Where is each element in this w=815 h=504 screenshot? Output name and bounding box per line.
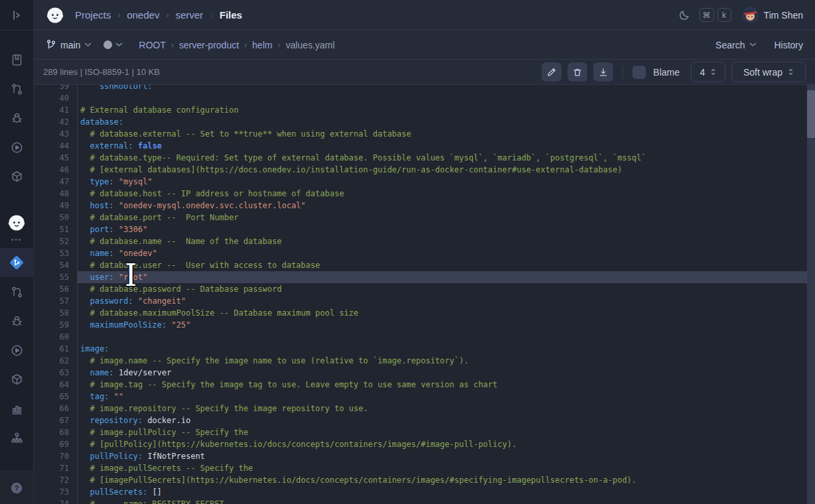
line-number[interactable]: 71 [34,462,78,474]
sidebar-item-builds[interactable] [0,133,33,162]
code-line[interactable]: 50 # database.port -- Port Number [34,212,815,223]
sidebar-item-project-packages[interactable] [0,365,33,394]
code-line[interactable]: 53 name: "onedev" [34,247,815,259]
code-line[interactable]: 64 # image.tag -- Specify the image tag … [34,379,815,391]
line-number[interactable]: 57 [34,295,78,307]
sidebar-item-pull-requests[interactable] [0,74,33,103]
scrollbar-track[interactable] [807,85,815,504]
code-line[interactable]: 60 [34,331,815,343]
line-number[interactable]: 53 [34,247,78,259]
line-number[interactable]: 48 [34,188,78,200]
code-line[interactable]: 59 maximumPoolSize: "25" [34,319,815,331]
code-line[interactable]: 74 # - name: REGISTRY_SECRET [34,498,815,504]
code-line[interactable]: 71 # image.pullSecrets -- Specify the [34,462,815,474]
more-projects-button[interactable]: ••• [11,236,23,245]
line-number[interactable]: 70 [34,450,78,462]
sidebar-item-project-hierarchy[interactable] [0,423,33,452]
code-line[interactable]: 63 name: 1dev/server [34,367,815,379]
line-number[interactable]: 58 [34,307,78,319]
line-number[interactable]: 42 [34,116,78,128]
line-number[interactable]: 54 [34,259,78,271]
code-line[interactable]: 47 type: "mysql" [34,176,815,188]
line-number[interactable]: 72 [34,474,78,486]
delete-file-button[interactable] [567,62,587,82]
dark-mode-toggle[interactable] [678,9,690,21]
tab-size-stepper[interactable]: 4 [691,62,725,82]
command-palette-shortcut[interactable]: ⌘ k [700,8,731,22]
code-line[interactable]: 48 # database.host -- IP address or host… [34,188,815,200]
code-line[interactable]: 46 # [external databases](https://docs.o… [34,164,815,176]
search-dropdown[interactable]: Search [715,40,757,50]
code-line[interactable]: 69 # [pullPolicy](https://kubernetes.io/… [34,438,815,450]
code-line[interactable]: 40 [34,92,815,104]
scrollbar-thumb[interactable] [807,90,815,138]
line-number[interactable]: 43 [34,128,78,140]
code-line[interactable]: 55 user: "root" [34,271,815,283]
line-number[interactable]: 50 [34,212,78,223]
code-line[interactable]: 52 # database.name -- Name of the databa… [34,235,815,247]
line-number[interactable]: 69 [34,438,78,450]
sidebar-item-packages[interactable] [0,162,33,191]
user-menu[interactable]: Tim Shen [742,7,803,23]
branch-selector[interactable]: main [46,39,92,50]
help-button[interactable]: ? [0,471,33,504]
code-line[interactable]: 61image: [34,343,815,355]
code-line[interactable]: 72 # [imagePullSecrets](https://kubernet… [34,474,815,486]
project-avatar[interactable] [7,214,26,232]
sidebar-item-project-builds[interactable] [0,336,33,365]
line-number[interactable]: 47 [34,176,78,188]
download-file-button[interactable] [593,62,613,82]
expand-sidebar-button[interactable] [0,0,33,31]
code-line[interactable]: 51 port: "3306" [34,223,815,235]
code-line[interactable]: 65 tag: "" [34,391,815,403]
code-line[interactable]: 43 # database.external -- Set to **true*… [34,128,815,140]
line-number[interactable]: 55 [34,271,78,283]
breadcrumb-projects[interactable]: Projects [75,9,111,21]
code-line[interactable]: 45 # database.type-- Required: Set type … [34,152,815,164]
line-number[interactable]: 51 [34,223,78,235]
code-line[interactable]: 56 # database.password -- Database passw… [34,283,815,295]
code-line[interactable]: 67 repository: docker.io [34,414,815,426]
sidebar-item-issues[interactable] [0,103,33,133]
line-number[interactable]: 74 [34,498,78,504]
line-number[interactable]: 66 [34,403,78,414]
line-number[interactable]: 60 [34,331,78,343]
code-line[interactable]: 73 pullSecrets: [] [34,486,815,498]
line-number[interactable]: 45 [34,152,78,164]
commit-status-dropdown[interactable] [104,40,123,49]
code-line[interactable]: 41# External database configuration [34,104,815,116]
line-number[interactable]: 52 [34,235,78,247]
line-number[interactable]: 65 [34,391,78,403]
sidebar-item-project-stats[interactable] [0,394,33,423]
code-line[interactable]: 66 # image.repository -- Specify the ima… [34,403,815,414]
blame-checkbox[interactable] [632,66,646,79]
breadcrumb-server[interactable]: server [175,9,203,21]
line-number[interactable]: 39 [34,85,78,92]
code-line[interactable]: 58 # database.maximumPoolSize -- Databas… [34,307,815,319]
line-number[interactable]: 46 [34,164,78,176]
path-server-product[interactable]: server-product [179,40,239,50]
line-number[interactable]: 56 [34,283,78,295]
code-line[interactable]: 62 # image.name -- Specify the image nam… [34,355,815,367]
line-number[interactable]: 67 [34,414,78,426]
sidebar-item-project-issues[interactable] [0,306,33,336]
code-line[interactable]: 68 # image.pullPolicy -- Specify the [34,426,815,438]
line-number[interactable]: 49 [34,200,78,212]
code-line[interactable]: 54 # database.user -- User with access t… [34,259,815,271]
sidebar-item-docs[interactable] [0,45,33,74]
code-line[interactable]: 49 host: "onedev-mysql.onedev.svc.cluste… [34,200,815,212]
path-root[interactable]: ROOT [139,40,165,50]
code-line[interactable]: 57 password: "changeit" [34,295,815,307]
line-number[interactable]: 68 [34,426,78,438]
line-number[interactable]: 44 [34,140,78,152]
edit-file-button[interactable] [542,62,561,82]
path-helm[interactable]: helm [252,40,272,50]
line-number[interactable]: 41 [34,104,78,116]
breadcrumb-onedev[interactable]: onedev [127,9,159,21]
sidebar-item-project-pull-requests[interactable] [0,277,33,306]
code-line[interactable]: 39 sshRootUrl: [34,85,815,92]
line-number[interactable]: 61 [34,343,78,355]
line-number[interactable]: 73 [34,486,78,498]
history-button[interactable]: History [774,40,803,50]
sidebar-item-files-selected[interactable] [0,248,33,277]
